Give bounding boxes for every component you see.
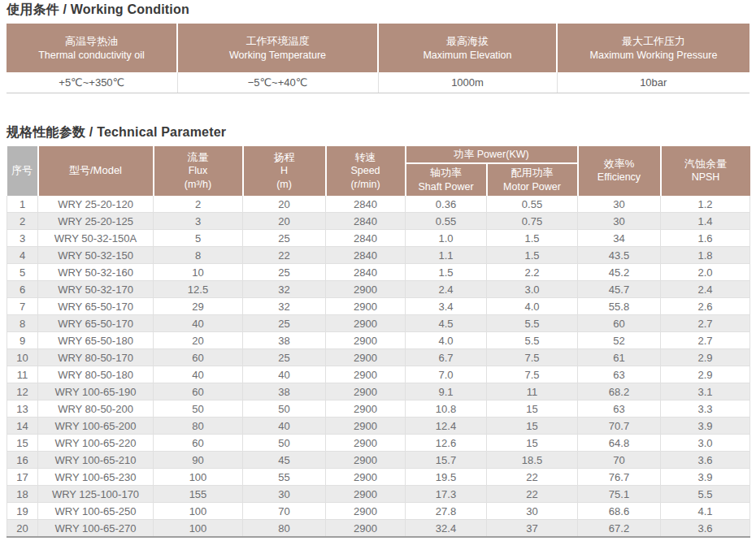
efficiency-cell: 34 [578, 230, 661, 247]
table-row: 4WRY 50-32-15082228401.11.543.51.8 [7, 247, 750, 264]
speed-cell: 2900 [326, 503, 406, 520]
motor-power-cell: 37 [487, 520, 578, 537]
shaft-power-cell: 1.0 [406, 230, 487, 247]
tp-header-motor-power-zh: 配用功率 [490, 166, 575, 180]
head-cell: 55 [243, 469, 326, 486]
speed-cell: 2900 [326, 418, 406, 435]
tp-header-npsh: 汽蚀余量 NPSH [661, 146, 750, 196]
efficiency-cell: 63 [578, 366, 661, 383]
motor-power-cell: 22 [487, 469, 578, 486]
flux-cell: 2 [154, 196, 243, 213]
table-row: 17WRY 100-65-23010055290019.52276.73.9 [7, 469, 750, 486]
motor-power-cell: 1.5 [487, 247, 578, 264]
table-row: 7WRY 65-50-170293229003.44.055.82.6 [7, 298, 750, 315]
efficiency-cell: 76.7 [578, 469, 661, 486]
model-cell: WRY 25-20-120 [38, 196, 154, 213]
npsh-cell: 3.6 [661, 452, 750, 469]
shaft-power-cell: 1.5 [406, 264, 487, 281]
speed-cell: 2900 [326, 281, 406, 298]
tp-header-npsh-en: NPSH [664, 171, 748, 184]
wc-header-working-temperature: 工作环境温度 Working Temperature [177, 24, 378, 72]
motor-power-cell: 30 [487, 503, 578, 520]
wc-header-maximum-working-pressure-en: Maximum Working Pressure [563, 49, 745, 63]
tp-header-head-en: H [246, 164, 323, 178]
motor-power-cell: 11 [487, 383, 578, 400]
head-cell: 25 [243, 264, 326, 281]
table-row: 10WRY 80-50-170602529006.77.5612.9 [7, 349, 750, 366]
tp-header-head: 扬程 H (m) [243, 146, 326, 196]
table-row: 20WRY 100-65-27010080290032.43767.23.6 [7, 520, 750, 537]
efficiency-cell: 55.8 [578, 298, 661, 315]
wc-header-maximum-working-pressure-zh: 最大工作压力 [563, 33, 745, 50]
motor-power-cell: 4.0 [487, 298, 578, 315]
npsh-cell: 1.2 [661, 196, 750, 213]
speed-cell: 2840 [326, 264, 406, 281]
npsh-cell: 4.1 [661, 503, 750, 520]
head-cell: 80 [243, 520, 326, 537]
head-cell: 32 [243, 281, 326, 298]
flux-cell: 12.5 [154, 281, 243, 298]
shaft-power-cell: 10.8 [406, 400, 487, 418]
tp-header-shaft-power: 轴功率 Shaft Power [406, 163, 487, 195]
flux-cell: 60 [154, 383, 243, 400]
wc-header-working-temperature-en: Working Temperature [183, 49, 372, 63]
flux-cell: 5 [154, 230, 243, 247]
shaft-power-cell: 1.1 [406, 247, 487, 264]
speed-cell: 2900 [326, 520, 406, 537]
model-cell: WRY 50-32-170 [38, 281, 154, 298]
wc-value-row: +5℃~+350℃ −5℃~+40℃ 1000m 10bar [7, 72, 749, 93]
model-cell: WRY 100-65-220 [38, 435, 154, 452]
npsh-cell: 2.9 [661, 366, 750, 383]
shaft-power-cell: 2.4 [406, 281, 487, 298]
motor-power-cell: 7.5 [487, 349, 578, 366]
speed-cell: 2900 [326, 486, 406, 503]
head-cell: 30 [243, 486, 326, 503]
motor-power-cell: 0.75 [487, 213, 578, 230]
motor-power-cell: 5.5 [487, 315, 578, 332]
row-index-cell: 5 [7, 264, 38, 281]
npsh-cell: 2.0 [661, 264, 750, 281]
head-cell: 40 [243, 366, 326, 383]
tp-header-model: 型号/Model [38, 146, 154, 196]
tp-header-efficiency: 效率% Efficiency [578, 146, 661, 196]
motor-power-cell: 15 [487, 400, 578, 418]
speed-cell: 2900 [326, 366, 406, 383]
model-cell: WRY 50-32-150A [38, 230, 154, 247]
tp-header-efficiency-zh: 效率% [581, 157, 658, 171]
wc-header-working-temperature-zh: 工作环境温度 [183, 33, 372, 50]
tp-header-motor-power: 配用功率 Motor Power [487, 163, 578, 195]
flux-cell: 10 [154, 264, 243, 281]
speed-cell: 2900 [326, 298, 406, 315]
flux-cell: 100 [154, 503, 243, 520]
speed-cell: 2840 [326, 213, 406, 230]
speed-cell: 2900 [326, 383, 406, 400]
npsh-cell: 3.6 [661, 520, 750, 537]
flux-cell: 50 [154, 400, 243, 418]
working-condition-title: 使用条件 / Working Condition [7, 2, 749, 19]
speed-cell: 2840 [326, 247, 406, 264]
row-index-cell: 9 [7, 332, 38, 349]
efficiency-cell: 63 [578, 400, 661, 418]
table-row: 2WRY 25-20-12532028400.550.75301.4 [7, 213, 750, 230]
table-row: 11WRY 80-50-180404029007.07.5632.9 [7, 366, 750, 383]
npsh-cell: 3.9 [661, 418, 750, 435]
wc-header-maximum-elevation-zh: 最高海拔 [384, 33, 551, 50]
tp-header-flux: 流量 Flux (m³/h) [154, 146, 243, 196]
flux-cell: 80 [154, 418, 243, 435]
tp-header-motor-power-en: Motor Power [490, 180, 575, 194]
shaft-power-cell: 4.5 [406, 315, 487, 332]
working-condition-table: 高温导热油 Thermal conductivity oil 工作环境温度 Wo… [7, 24, 749, 93]
speed-cell: 2900 [326, 452, 406, 469]
head-cell: 40 [243, 418, 326, 435]
flux-cell: 90 [154, 452, 243, 469]
tp-header-speed: 转速 Speed (r/min) [326, 146, 406, 196]
model-cell: WRY 50-32-160 [38, 264, 154, 281]
tp-header-flux-en: Flux [157, 164, 240, 178]
head-cell: 50 [243, 400, 326, 418]
tp-header-npsh-zh: 汽蚀余量 [664, 157, 748, 171]
shaft-power-cell: 4.0 [406, 332, 487, 349]
row-index-cell: 3 [7, 230, 38, 247]
table-row: 16WRY 100-65-2109045290015.718.5703.6 [7, 452, 750, 469]
shaft-power-cell: 17.3 [406, 486, 487, 503]
motor-power-cell: 22 [487, 486, 578, 503]
